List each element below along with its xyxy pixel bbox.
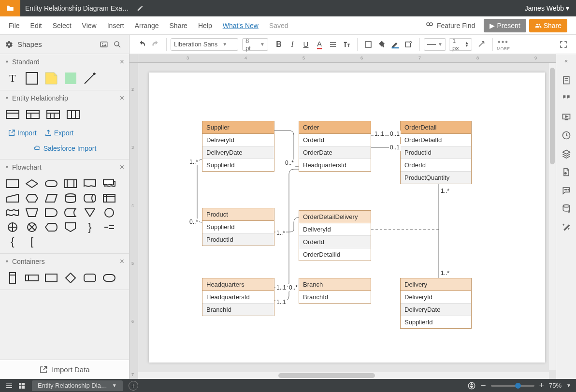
ct-lane-h[interactable] [25,273,39,283]
image-icon[interactable] [97,38,111,51]
menu-arrange[interactable]: Arrange [135,22,159,29]
close-icon[interactable]: × [120,163,124,172]
section-standard[interactable]: ▼Standard× [0,54,129,70]
entity-orderdetail[interactable]: OrderDetail OrderDetailId ProductId Orde… [400,121,472,184]
zoom-out-icon[interactable]: − [481,380,486,391]
history-icon[interactable] [562,131,571,140]
fc-or[interactable] [6,222,19,232]
fc-offpage[interactable] [64,222,77,232]
menu-file[interactable]: File [9,22,20,29]
fc-directdata[interactable] [83,193,97,203]
fc-papertape[interactable] [6,208,19,218]
shape-icon[interactable] [361,38,375,51]
feature-find[interactable]: Feature Find [425,21,475,30]
fc-process[interactable] [6,179,19,189]
more-button[interactable]: ••• MORE [497,38,510,51]
page-tab[interactable]: Entity Relationship Dia…▼ [32,380,123,391]
redo-icon[interactable] [149,38,162,51]
folder-icon[interactable] [0,0,20,16]
fc-sum[interactable] [25,222,39,232]
er-shape-4[interactable] [67,110,80,119]
list-view-icon[interactable] [5,381,14,390]
autoscroll-icon[interactable] [467,381,476,390]
entity-product[interactable]: Product SupplierId ProductId [202,208,274,246]
fc-display[interactable] [44,222,58,232]
menu-insert[interactable]: Insert [107,22,124,29]
entity-branch[interactable]: Branch BranchId [299,278,371,304]
import-data-button[interactable]: Import Data [0,360,129,379]
menu-help[interactable]: Help [198,22,212,29]
section-flowchart[interactable]: ▼Flowchart× [0,160,129,175]
zoom-slider[interactable] [491,385,534,387]
gear-icon[interactable] [5,40,14,49]
menu-share[interactable]: Share [170,22,187,29]
fc-multidoc[interactable] [102,179,116,189]
close-icon[interactable]: × [120,257,124,266]
user-menu[interactable]: James Webb ▾ [518,4,576,12]
block-shape[interactable] [25,73,39,83]
fc-brace-l[interactable]: { [6,237,19,247]
line-options-icon[interactable] [475,38,489,51]
entity-order[interactable]: Order OrderId OrderDate HeadquartersId [299,121,371,172]
fc-note[interactable] [102,222,116,232]
entity-supplier[interactable]: Supplier DeliveryId DeliveryDate Supplie… [202,121,274,172]
export-link[interactable]: Export [44,129,73,137]
edit-title-icon[interactable] [137,5,144,12]
fc-database[interactable] [64,193,77,203]
fc-data[interactable] [44,193,58,203]
layers-icon[interactable] [562,149,571,159]
entity-delivery[interactable]: Delivery DeliveryId DeliveryDate Supplie… [400,278,472,329]
line-width-select[interactable]: 1 px▲▼ [449,38,472,51]
fc-delay[interactable] [44,208,58,218]
canvas-area[interactable]: 3 4 5 6 7 8 9 2 3 4 5 6 7 [130,54,556,379]
fc-bracket[interactable]: [ [25,237,39,247]
align-icon[interactable] [326,38,340,51]
close-icon[interactable]: × [120,94,124,102]
er-shape-2[interactable] [26,110,40,119]
text-color-icon[interactable]: A [313,38,326,51]
grid-view-icon[interactable] [17,381,26,390]
border-color-icon[interactable] [389,38,402,51]
entity-headquarters[interactable]: Headquarters HeadquartersId BranchId [202,278,274,316]
fc-prep[interactable] [25,193,39,203]
underline-icon[interactable]: U [299,38,313,51]
menu-view[interactable]: View [82,22,97,29]
scrollbar-horizontal[interactable] [138,372,549,379]
fill-icon[interactable] [375,38,389,51]
db-icon[interactable] [562,204,571,214]
fc-decision[interactable] [25,179,39,189]
note-shape[interactable] [44,73,58,83]
present-button[interactable]: ▶ Present [484,19,526,32]
search-icon[interactable] [111,38,124,51]
diagram-page[interactable]: Supplier DeliveryId DeliveryDate Supplie… [149,73,545,363]
fc-connector[interactable] [102,208,116,218]
scrollbar-vertical[interactable] [549,63,556,370]
page-icon[interactable] [562,75,571,85]
close-icon[interactable]: × [120,58,124,66]
comment-icon[interactable] [562,94,571,103]
collapse-icon[interactable]: « [564,57,568,67]
ct-round[interactable] [83,273,97,283]
ct-rect[interactable] [44,273,58,283]
fc-document[interactable] [83,179,97,189]
ct-lane-v[interactable] [6,273,19,283]
shape-options-icon[interactable] [402,38,416,51]
import-link[interactable]: Import [8,129,37,137]
add-page-button[interactable]: + [129,381,138,391]
chat-icon[interactable] [562,186,571,195]
data-icon[interactable] [562,167,571,177]
section-containers[interactable]: ▼Containers× [0,254,129,269]
section-er[interactable]: ▼Entity Relationship× [0,90,129,106]
er-shape-3[interactable] [46,110,60,119]
document-title[interactable]: Entity Relationship Diagram Exa… [20,4,134,12]
fc-manualop[interactable] [25,208,39,218]
fc-predef[interactable] [64,179,77,189]
fc-internal[interactable] [102,193,116,203]
italic-icon[interactable]: I [286,38,299,51]
menu-edit[interactable]: Edit [30,22,42,29]
text-options-icon[interactable] [340,38,353,51]
salesforce-import-link[interactable]: Salesforce Import [8,145,121,152]
er-shape-1[interactable] [6,110,19,119]
undo-icon[interactable] [135,38,149,51]
line-shape[interactable] [83,73,97,83]
